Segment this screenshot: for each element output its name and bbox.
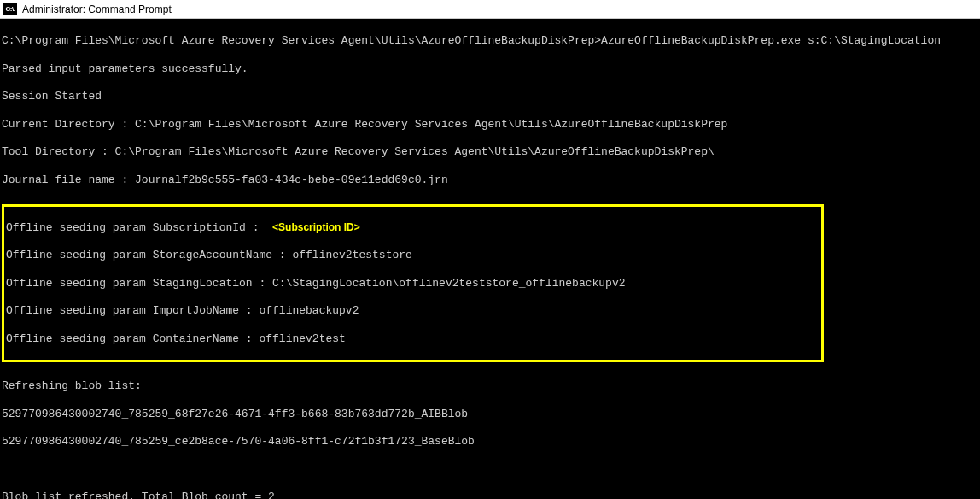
command-prompt-window: C:\. Administrator: Command Prompt C:\Pr… (0, 0, 980, 499)
output-line: 529770986430002740_785259_ce2b8ace-7570-… (2, 435, 978, 449)
output-line: Offline seeding param SubscriptionId : <… (4, 221, 821, 235)
output-line: Refreshing blob list: (2, 379, 978, 393)
output-line: Offline seeding param StorageAccountName… (4, 249, 821, 262)
subscription-prefix: Offline seeding param SubscriptionId : (6, 221, 272, 234)
output-line: Blob list refreshed. Total Blob count = … (2, 490, 978, 499)
highlighted-params-box: Offline seeding param SubscriptionId : <… (2, 204, 824, 362)
window-title: Administrator: Command Prompt (22, 3, 172, 15)
output-line: C:\Program Files\Microsoft Azure Recover… (2, 34, 978, 48)
output-line: Current Directory : C:\Program Files\Mic… (2, 118, 978, 132)
output-line: Journal file name : Journalf2b9c555-fa03… (2, 173, 978, 187)
titlebar[interactable]: C:\. Administrator: Command Prompt (0, 0, 980, 19)
blank-line (2, 463, 978, 477)
output-line: Tool Directory : C:\Program Files\Micros… (2, 145, 978, 159)
output-line: Offline seeding param ImportJobName : of… (4, 304, 821, 318)
output-line: 529770986430002740_785259_68f27e26-4671-… (2, 408, 978, 421)
cmd-icon: C:\. (3, 3, 17, 15)
output-line: Parsed input parameters successfully. (2, 62, 978, 76)
output-line: Offline seeding param StagingLocation : … (4, 277, 821, 291)
output-line: Offline seeding param ContainerName : of… (4, 332, 821, 346)
subscription-id-placeholder: <Subscription ID> (272, 221, 360, 233)
terminal-output[interactable]: C:\Program Files\Microsoft Azure Recover… (0, 19, 980, 499)
output-line: Session Started (2, 90, 978, 103)
